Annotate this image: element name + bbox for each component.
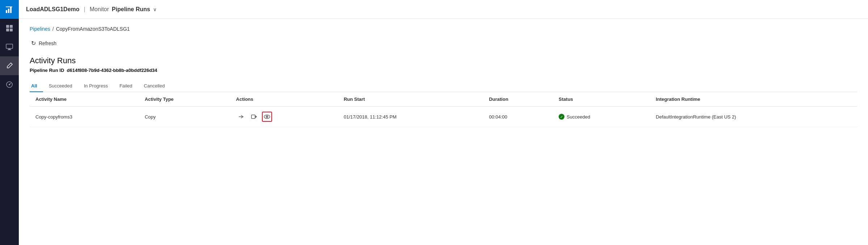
tab-failed[interactable]: Failed (114, 80, 138, 92)
sidebar (0, 0, 19, 245)
status-label: Succeeded (567, 114, 590, 120)
cell-status: ✓ Succeeded (553, 107, 650, 127)
svg-rect-5 (10, 25, 13, 28)
section-title: Activity Runs (30, 56, 857, 65)
app-logo (0, 0, 19, 19)
cell-activity-name: Copy-copyfroms3 (30, 107, 139, 127)
col-header-actions: Actions (230, 92, 338, 107)
svg-rect-9 (8, 49, 10, 50)
col-header-activity-name: Activity Name (30, 92, 139, 107)
svg-rect-0 (6, 10, 7, 13)
pipeline-runs-dropdown-icon[interactable]: ∨ (153, 7, 157, 12)
svg-rect-14 (251, 115, 255, 119)
monitor-icon (6, 43, 13, 51)
breadcrumb-pipelines-link[interactable]: Pipelines (30, 26, 50, 32)
pipeline-run-id-label: Pipeline Run ID (30, 68, 64, 73)
cell-activity-type: Copy (139, 107, 230, 127)
sidebar-item-dashboard[interactable] (0, 19, 19, 38)
svg-rect-8 (6, 44, 13, 48)
action-input-icon[interactable] (236, 112, 246, 122)
sidebar-item-edit[interactable] (0, 56, 19, 75)
svg-rect-7 (10, 29, 13, 31)
factory-icon (5, 5, 14, 14)
activity-tabs: All Succeeded In Progress Failed Cancell… (30, 80, 857, 92)
table-row: Copy-copyfroms3 Copy (30, 107, 857, 127)
svg-rect-10 (8, 50, 11, 50)
breadcrumb-separator: / (52, 26, 54, 32)
breadcrumb-current-page: CopyFromAmazonS3ToADLSG1 (56, 26, 130, 32)
refresh-label: Refresh (39, 40, 56, 46)
svg-rect-4 (6, 25, 9, 28)
cell-duration: 00:04:00 (483, 107, 553, 127)
tab-cancelled[interactable]: Cancelled (138, 80, 171, 92)
cell-integration-runtime: DefaultIntegrationRuntime (East US 2) (650, 107, 857, 127)
cell-run-start: 01/17/2018, 11:12:45 PM (338, 107, 483, 127)
svg-point-17 (267, 116, 267, 117)
main-content: LoadADLSG1Demo | Monitor Pipeline Runs ∨… (19, 0, 868, 245)
action-output-icon[interactable] (249, 112, 259, 122)
svg-rect-6 (6, 29, 9, 31)
topbar-pipeline-runs: Pipeline Runs (112, 6, 150, 13)
tab-all[interactable]: All (30, 80, 43, 92)
pipeline-run-id-line: Pipeline Run ID d614f808-7b9d-4362-bb8b-… (30, 68, 857, 73)
topbar: LoadADLSG1Demo | Monitor Pipeline Runs ∨ (19, 0, 868, 19)
svg-rect-3 (6, 7, 12, 7)
workspace-title: LoadADLSG1Demo (26, 6, 80, 13)
refresh-button[interactable]: ↻ Refresh (30, 38, 58, 49)
col-header-status: Status (553, 92, 650, 107)
tab-succeeded[interactable]: Succeeded (43, 80, 78, 92)
cell-actions (230, 107, 338, 127)
edit-icon (6, 62, 13, 69)
action-details-icon[interactable] (262, 112, 272, 122)
sidebar-item-gauge[interactable] (0, 75, 19, 94)
svg-line-13 (9, 83, 11, 85)
topbar-monitor-label: Monitor (90, 6, 109, 13)
actions-cell (236, 112, 332, 122)
status-success-icon: ✓ (559, 114, 564, 120)
gauge-icon (6, 81, 13, 88)
col-header-integration-runtime: Integration Runtime (650, 92, 857, 107)
svg-rect-1 (8, 9, 9, 13)
sidebar-item-monitor[interactable] (0, 38, 19, 56)
col-header-run-start: Run Start (338, 92, 483, 107)
tab-in-progress[interactable]: In Progress (78, 80, 114, 92)
breadcrumb: Pipelines / CopyFromAmazonS3ToADLSG1 (30, 26, 857, 32)
col-header-duration: Duration (483, 92, 553, 107)
refresh-icon: ↻ (31, 40, 36, 47)
content-area: Pipelines / CopyFromAmazonS3ToADLSG1 ↻ R… (19, 19, 868, 245)
svg-rect-2 (10, 7, 12, 13)
dashboard-icon (6, 25, 13, 32)
status-badge: ✓ Succeeded (559, 114, 644, 120)
activity-runs-table: Activity Name Activity Type Actions Run … (30, 92, 857, 127)
pipeline-run-id-value: d614f808-7b9d-4362-bb8b-a0bddf226d34 (67, 68, 157, 73)
topbar-separator: | (84, 6, 85, 13)
col-header-activity-type: Activity Type (139, 92, 230, 107)
